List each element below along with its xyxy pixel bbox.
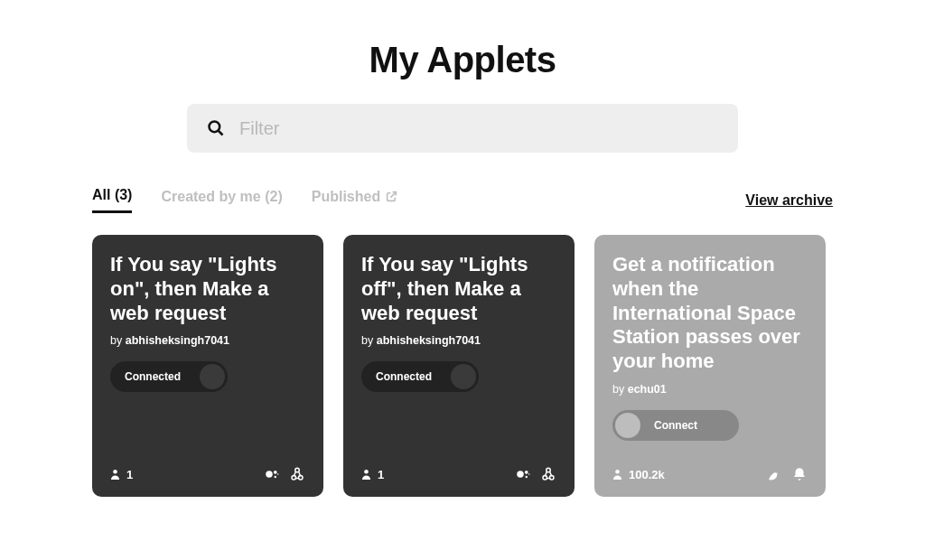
svg-point-11 xyxy=(517,471,524,478)
tab-published-label: Published xyxy=(312,189,380,205)
card-footer: 100.2k xyxy=(612,466,808,482)
tab-all[interactable]: All (3) xyxy=(92,187,132,213)
user-count-value: 1 xyxy=(378,468,384,481)
toggle-knob xyxy=(200,364,225,389)
service-icons xyxy=(766,466,808,482)
applet-card[interactable]: If You say "Lights on", then Make a web … xyxy=(92,235,323,497)
space-icon xyxy=(766,466,782,482)
author-prefix: by xyxy=(110,334,126,347)
external-link-icon xyxy=(386,191,397,202)
service-icons xyxy=(515,466,556,482)
applet-card[interactable]: If You say "Lights off", then Make a web… xyxy=(343,235,575,497)
user-icon xyxy=(612,469,622,481)
svg-point-12 xyxy=(525,471,528,474)
svg-point-14 xyxy=(528,473,530,475)
toggle-knob xyxy=(451,364,476,389)
toggle-label: Connected xyxy=(125,370,181,383)
assistant-icon xyxy=(515,466,531,482)
svg-point-0 xyxy=(210,122,220,133)
card-title: If You say "Lights on", then Make a web … xyxy=(110,253,305,325)
card-title: Get a notification when the Internationa… xyxy=(612,253,808,374)
tab-published[interactable]: Published xyxy=(312,189,397,212)
svg-point-3 xyxy=(266,471,273,478)
author-prefix: by xyxy=(612,383,628,396)
svg-point-13 xyxy=(526,476,528,478)
toggle-knob xyxy=(615,413,640,438)
svg-point-18 xyxy=(615,470,620,474)
card-author: by abhisheksingh7041 xyxy=(361,334,556,347)
user-count: 100.2k xyxy=(612,468,665,481)
toggle-label: Connect xyxy=(654,419,697,432)
search-bar[interactable] xyxy=(187,104,738,153)
service-icons xyxy=(264,466,305,482)
card-title: If You say "Lights off", then Make a web… xyxy=(361,253,556,325)
card-author: by abhisheksingh7041 xyxy=(110,334,305,347)
svg-line-1 xyxy=(219,131,223,135)
toggle-label: Connected xyxy=(376,370,432,383)
user-count: 1 xyxy=(361,468,384,481)
applet-card[interactable]: Get a notification when the Internationa… xyxy=(594,235,826,497)
search-input[interactable] xyxy=(239,118,718,139)
user-icon xyxy=(110,469,120,481)
author-name: abhisheksingh7041 xyxy=(126,334,229,347)
bell-icon xyxy=(791,466,808,482)
svg-point-5 xyxy=(275,476,276,478)
webhooks-icon xyxy=(289,466,305,482)
connection-toggle[interactable]: Connect xyxy=(612,410,739,441)
connection-toggle[interactable]: Connected xyxy=(361,361,479,392)
page-title: My Applets xyxy=(92,40,833,80)
webhooks-icon xyxy=(540,466,556,482)
svg-point-19 xyxy=(775,471,777,473)
user-count-value: 100.2k xyxy=(629,468,665,481)
author-prefix: by xyxy=(361,334,377,347)
user-icon xyxy=(361,469,371,481)
user-count: 1 xyxy=(110,468,133,481)
assistant-icon xyxy=(264,466,280,482)
tab-created-by-me[interactable]: Created by me (2) xyxy=(161,189,282,212)
view-archive-link[interactable]: View archive xyxy=(745,192,833,209)
svg-point-4 xyxy=(274,471,277,474)
connection-toggle[interactable]: Connected xyxy=(110,361,228,392)
svg-point-6 xyxy=(277,473,279,475)
svg-point-2 xyxy=(113,470,117,474)
card-footer: 1 xyxy=(110,466,305,482)
card-footer: 1 xyxy=(361,466,556,482)
tabs-row: All (3) Created by me (2) Published View… xyxy=(92,187,833,213)
svg-point-10 xyxy=(364,470,369,474)
user-count-value: 1 xyxy=(126,468,133,481)
cards-grid: If You say "Lights on", then Make a web … xyxy=(92,235,833,497)
tabs: All (3) Created by me (2) Published xyxy=(92,187,397,213)
search-icon xyxy=(207,119,225,137)
author-name: abhisheksingh7041 xyxy=(377,334,481,347)
author-name: echu01 xyxy=(628,383,667,396)
card-author: by echu01 xyxy=(612,383,808,396)
